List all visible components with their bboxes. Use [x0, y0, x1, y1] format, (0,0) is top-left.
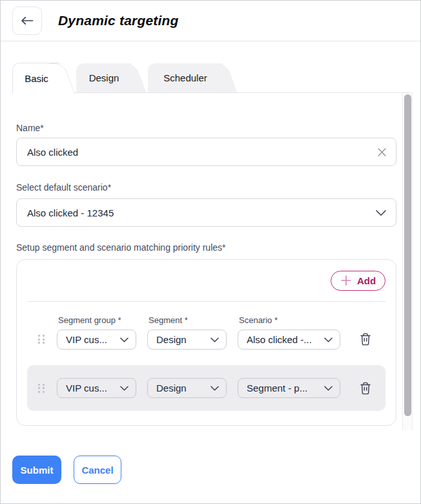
tab-design-label: Design [89, 72, 119, 83]
segment-field: Segment * Design [147, 315, 227, 350]
scenario-dropdown[interactable]: Also clicked -... [238, 330, 340, 350]
add-rule-label: Add [357, 275, 376, 286]
scenario-column-label: Scenario * [239, 315, 340, 325]
chevron-down-icon [211, 386, 219, 391]
rules-label: Setup segment and scenario matching prio… [16, 242, 396, 253]
scenario-value: Segment - p... [247, 383, 307, 394]
tab-basic-label: Basic [25, 73, 48, 84]
segment-field: Design [147, 378, 227, 398]
name-input[interactable]: Also clicked [16, 138, 396, 166]
segment-value: Design [156, 334, 187, 345]
plus-icon [340, 275, 352, 286]
page-title: Dynamic targeting [58, 13, 179, 28]
dynamic-targeting-window: Dynamic targeting Basic Design Scheduler… [0, 0, 421, 504]
tab-basic[interactable]: Basic [12, 63, 60, 93]
segment-group-dropdown[interactable]: VIP cus... [57, 378, 136, 398]
segment-group-value: VIP cus... [66, 334, 107, 345]
segment-dropdown[interactable]: Design [147, 330, 227, 350]
delete-rule-button[interactable] [360, 382, 371, 395]
form-actions: Submit Cancel [12, 456, 420, 484]
arrow-left-icon [21, 16, 34, 25]
delete-rule-button[interactable] [360, 333, 371, 346]
basic-tab-panel: Name* Also clicked Select default scenar… [1, 92, 413, 430]
trash-icon [360, 382, 371, 395]
drag-handle-icon[interactable] [38, 335, 45, 344]
segment-group-dropdown[interactable]: VIP cus... [57, 330, 136, 350]
cancel-button[interactable]: Cancel [74, 456, 121, 484]
tab-bar: Basic Design Scheduler [1, 63, 420, 92]
header: Dynamic targeting [1, 1, 420, 41]
chevron-down-icon [120, 337, 128, 342]
drag-handle-icon[interactable] [38, 384, 45, 393]
default-scenario-select[interactable]: Also clicked - 12345 [16, 198, 396, 227]
name-input-value: Also clicked [27, 147, 78, 158]
rules-card-header: Add [27, 260, 385, 302]
segment-value: Design [156, 383, 187, 394]
name-label: Name* [16, 123, 396, 133]
scenario-field: Segment - p... [238, 378, 340, 398]
tab-scheduler-label: Scheduler [163, 72, 207, 83]
chevron-down-icon [376, 210, 386, 216]
scrollbar-thumb[interactable] [404, 94, 411, 416]
chevron-down-icon [324, 386, 333, 391]
scrollbar-track[interactable] [402, 93, 413, 430]
scenario-value: Also clicked -... [247, 334, 312, 345]
default-scenario-label: Select default scenario* [16, 182, 396, 193]
chevron-down-icon [324, 337, 333, 342]
back-button[interactable] [12, 6, 42, 35]
submit-button[interactable]: Submit [12, 456, 61, 484]
segment-dropdown[interactable]: Design [147, 378, 227, 398]
segment-group-value: VIP cus... [66, 383, 107, 394]
tab-design[interactable]: Design [76, 63, 132, 92]
segment-group-field: VIP cus... [57, 378, 136, 398]
chevron-down-icon [211, 337, 219, 342]
clear-name-button[interactable] [378, 148, 386, 156]
rules-card: Add Segment group * VIP cus... Segment *… [16, 259, 396, 426]
rule-row-2-highlight: VIP cus... Design Segment - p... [27, 365, 385, 411]
segment-group-field: Segment group * VIP cus... [57, 315, 136, 350]
add-rule-button[interactable]: Add [331, 271, 385, 291]
close-x-icon [378, 148, 386, 156]
tab-scheduler[interactable]: Scheduler [148, 63, 223, 92]
scenario-dropdown[interactable]: Segment - p... [238, 378, 340, 398]
segment-group-column-label: Segment group * [58, 315, 136, 325]
segment-column-label: Segment * [149, 315, 227, 325]
rule-row-2: VIP cus... Design Segment - p... [27, 378, 385, 398]
chevron-down-icon [120, 386, 128, 391]
trash-icon [360, 333, 371, 346]
scenario-field: Scenario * Also clicked -... [238, 315, 340, 350]
rule-row-1: Segment group * VIP cus... Segment * Des… [27, 315, 385, 350]
default-scenario-value: Also clicked - 12345 [27, 207, 114, 218]
